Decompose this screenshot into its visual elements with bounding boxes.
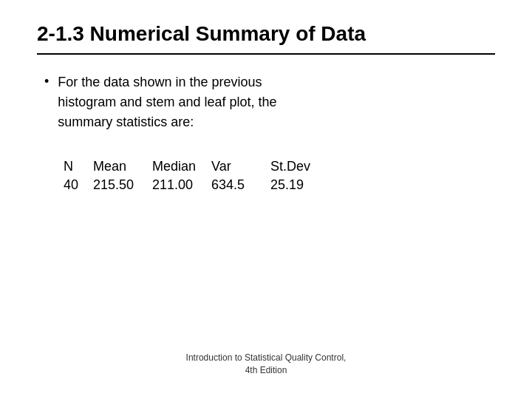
content-section: • For the data shown in the previous his… (37, 72, 495, 352)
footer-line2: 4th Edition (37, 364, 495, 377)
stats-header-row: N Mean Median Var St.Dev (64, 159, 495, 174)
stats-header-n: N (64, 159, 93, 174)
stats-header-median: Median (152, 159, 211, 174)
bullet-text-line3: summary statistics are: (58, 112, 276, 132)
slide-container: 2-1.3 Numerical Summary of Data • For th… (0, 0, 532, 399)
stats-value-var: 634.5 (211, 177, 270, 193)
stats-value-mean: 215.50 (93, 177, 152, 193)
title-section: 2-1.3 Numerical Summary of Data (37, 22, 495, 55)
stats-header-mean: Mean (93, 159, 152, 174)
footer-line1: Introduction to Statistical Quality Cont… (37, 352, 495, 364)
stats-header-var: Var (211, 159, 270, 174)
bullet-text-line1: For the data shown in the previous (58, 72, 276, 92)
bullet-text-line2: histogram and stem and leaf plot, the (58, 92, 276, 112)
bullet-dot: • (44, 74, 49, 89)
stats-table: N Mean Median Var St.Dev 40 215.50 211.0… (64, 159, 495, 196)
stats-value-stdev: 25.19 (270, 177, 330, 193)
stats-value-median: 211.00 (152, 177, 211, 193)
stats-value-n: 40 (64, 177, 93, 193)
stats-header-stdev: St.Dev (270, 159, 330, 174)
slide-title: 2-1.3 Numerical Summary of Data (37, 22, 495, 46)
bullet-item: • For the data shown in the previous his… (44, 72, 495, 132)
footer-section: Introduction to Statistical Quality Cont… (37, 352, 495, 384)
stats-values-row: 40 215.50 211.00 634.5 25.19 (64, 177, 495, 193)
